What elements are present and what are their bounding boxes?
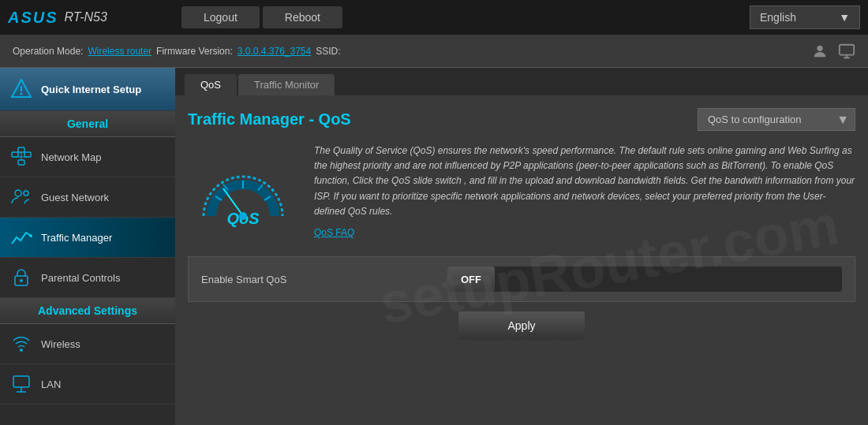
svg-point-17	[20, 279, 23, 282]
sidebar-item-network-map[interactable]: Network Map	[0, 137, 175, 177]
qos-speedometer: QoS	[192, 145, 294, 240]
svg-rect-19	[13, 376, 29, 387]
user-icon	[811, 43, 829, 60]
qos-graphic: QoS	[188, 144, 298, 240]
tab-traffic-monitor[interactable]: Traffic Monitor	[238, 74, 335, 95]
header-right: English ▼	[750, 6, 860, 29]
svg-rect-5	[12, 152, 18, 157]
svg-point-18	[20, 349, 23, 352]
model-label: RT-N53	[65, 10, 107, 24]
operation-mode-label: Operation Mode:	[13, 46, 83, 57]
svg-point-15	[29, 234, 32, 237]
firmware-value[interactable]: 3.0.0.4.376_3754	[238, 46, 311, 57]
asus-logo-text: ASUS	[8, 9, 58, 27]
smart-qos-row: Enable Smart QoS OFF	[188, 256, 855, 302]
sidebar: Quick Internet Setup General Network Map	[0, 68, 175, 425]
sidebar-item-parental-controls[interactable]: Parental Controls	[0, 258, 175, 298]
main-layout: Quick Internet Setup General Network Map	[0, 68, 868, 425]
info-bar-right	[811, 43, 855, 60]
header: ASUS RT-N53 Logout Reboot English ▼	[0, 0, 868, 35]
svg-point-0	[817, 45, 822, 50]
ssid-label: SSID:	[316, 46, 340, 57]
monitor-icon	[838, 43, 855, 60]
header-nav: Logout Reboot	[181, 6, 750, 28]
description-text-area: The Quality of Service (QoS) ensures the…	[314, 144, 855, 240]
svg-rect-1	[840, 44, 854, 54]
content-body: Traffic Manager - QoS QoS to configurati…	[175, 95, 868, 425]
network-map-label: Network Map	[41, 151, 102, 163]
quick-setup-icon	[9, 77, 33, 101]
sidebar-item-lan[interactable]: LAN	[0, 364, 175, 404]
qos-faq-link[interactable]: QoS FAQ	[314, 226, 855, 240]
lan-icon	[9, 372, 33, 396]
description-text: The Quality of Service (QoS) ensures the…	[314, 144, 855, 219]
traffic-manager-icon	[9, 226, 33, 249]
tabs: QoS Traffic Monitor	[175, 68, 868, 95]
advanced-section-header: Advanced Settings	[0, 298, 175, 324]
toggle-off-button[interactable]: OFF	[447, 267, 495, 292]
info-bar: Operation Mode: Wireless router Firmware…	[0, 35, 868, 68]
operation-mode-value[interactable]: Wireless router	[88, 46, 152, 57]
language-selector[interactable]: English ▼	[750, 6, 860, 29]
svg-rect-7	[24, 152, 31, 157]
parental-controls-label: Parental Controls	[41, 272, 120, 284]
logo: ASUS RT-N53	[8, 9, 181, 27]
apply-section: Apply	[188, 311, 855, 340]
guest-network-icon	[9, 185, 33, 209]
svg-point-14	[24, 191, 28, 196]
wireless-label: Wireless	[41, 338, 80, 350]
quick-internet-setup-label: Quick Internet Setup	[41, 84, 141, 95]
sidebar-item-guest-network[interactable]: Guest Network	[0, 177, 175, 218]
content-area: setupRouter.com QoS Traffic Monitor Traf…	[175, 68, 868, 425]
page-title: Traffic Manager - QoS	[188, 110, 351, 129]
language-label: English	[760, 11, 796, 24]
apply-button[interactable]: Apply	[458, 311, 585, 340]
sidebar-item-traffic-manager[interactable]: Traffic Manager	[0, 218, 175, 258]
description-area: QoS The Quality of Service (QoS) ensures…	[188, 144, 855, 240]
svg-point-13	[15, 190, 21, 196]
sidebar-item-quick-internet-setup[interactable]: Quick Internet Setup	[0, 68, 175, 111]
reboot-button[interactable]: Reboot	[263, 6, 342, 28]
config-select-wrapper: QoS to configuration User-defined QoS ru…	[698, 108, 855, 131]
general-section-header: General	[0, 111, 175, 137]
wireless-icon	[9, 332, 33, 356]
logout-button[interactable]: Logout	[181, 6, 260, 28]
network-map-icon	[9, 145, 33, 169]
traffic-manager-label: Traffic Manager	[41, 232, 112, 244]
chevron-down-icon: ▼	[839, 11, 850, 24]
tab-qos[interactable]: QoS	[185, 74, 237, 95]
svg-point-29	[239, 212, 247, 220]
lan-label: LAN	[41, 378, 61, 390]
firmware-label: Firmware Version:	[156, 46, 233, 57]
toggle-switch[interactable]: OFF	[447, 267, 842, 292]
svg-point-4	[21, 93, 23, 95]
page-header: Traffic Manager - QoS QoS to configurati…	[188, 108, 855, 131]
sidebar-item-wireless[interactable]: Wireless	[0, 324, 175, 364]
smart-qos-label: Enable Smart QoS	[201, 274, 447, 285]
svg-rect-6	[18, 147, 24, 152]
info-bar-left: Operation Mode: Wireless router Firmware…	[13, 46, 341, 57]
parental-controls-icon	[9, 266, 33, 289]
svg-rect-8	[18, 160, 24, 165]
guest-network-label: Guest Network	[41, 192, 109, 203]
config-dropdown[interactable]: QoS to configuration User-defined QoS ru…	[698, 108, 855, 131]
